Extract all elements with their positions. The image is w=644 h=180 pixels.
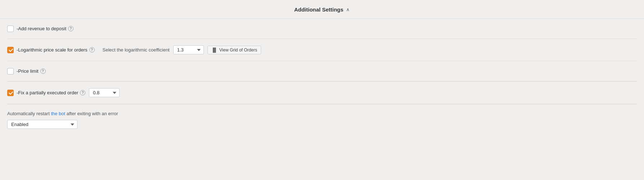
view-grid-label: View Grid of Orders (219, 48, 257, 53)
header: Additional Settings ∧ (0, 0, 644, 19)
auto-restart-description: Automatically restart the bot after exit… (7, 111, 637, 116)
fix-partial-select[interactable]: 0.8 0.5 0.3 1.0 (89, 88, 120, 97)
price-limit-label: -Price limit (17, 68, 39, 74)
restart-desc-after: after exiting with an error (65, 111, 118, 116)
chevron-up-icon[interactable]: ∧ (346, 7, 350, 12)
fix-partial-help-icon[interactable]: ? (80, 90, 85, 95)
log-price-checkbox-wrap[interactable]: -Logarithmic price scale for orders (7, 47, 88, 53)
add-revenue-label: -Add revenue to deposit (17, 26, 66, 31)
fix-partial-checkbox-wrap[interactable]: -Fix a partially executed order (7, 90, 78, 96)
log-price-help-icon[interactable]: ? (89, 47, 95, 53)
price-limit-checkbox-wrap[interactable]: -Price limit (7, 68, 39, 75)
add-revenue-checkbox[interactable] (7, 26, 14, 32)
log-price-checkbox[interactable] (7, 47, 14, 53)
price-limit-help-icon[interactable]: ? (40, 68, 46, 74)
coeff-label: Select the logarithmic coefficient (103, 47, 170, 53)
view-grid-button[interactable]: ▐▌ View Grid of Orders (207, 46, 261, 54)
auto-restart-section: Automatically restart the bot after exit… (7, 104, 637, 135)
price-limit-row: -Price limit ? (7, 61, 637, 81)
price-limit-checkbox[interactable] (7, 68, 14, 75)
page-title: Additional Settings (294, 6, 344, 13)
auto-restart-select[interactable]: Enabled Disabled (7, 120, 77, 129)
log-coeff-select[interactable]: 1.3 1.5 2.0 2.5 (173, 45, 204, 54)
fix-partial-checkbox[interactable] (7, 90, 14, 96)
add-revenue-checkbox-wrap[interactable]: -Add revenue to deposit (7, 26, 66, 32)
restart-desc-before: Automatically restart (7, 111, 51, 116)
log-price-row: -Logarithmic price scale for orders ? Se… (7, 39, 637, 61)
log-price-label: -Logarithmic price scale for orders (17, 47, 88, 53)
settings-body: -Add revenue to deposit ? -Logarithmic p… (0, 19, 644, 135)
add-revenue-help-icon[interactable]: ? (68, 26, 73, 31)
fix-partial-label: -Fix a partially executed order (17, 90, 78, 95)
bar-chart-icon: ▐▌ (211, 48, 218, 53)
restart-desc-highlight: the bot (51, 111, 65, 116)
page-container: Additional Settings ∧ -Add revenue to de… (0, 0, 644, 180)
add-revenue-row: -Add revenue to deposit ? (7, 19, 637, 39)
fix-partial-row: -Fix a partially executed order ? 0.8 0.… (7, 82, 637, 104)
